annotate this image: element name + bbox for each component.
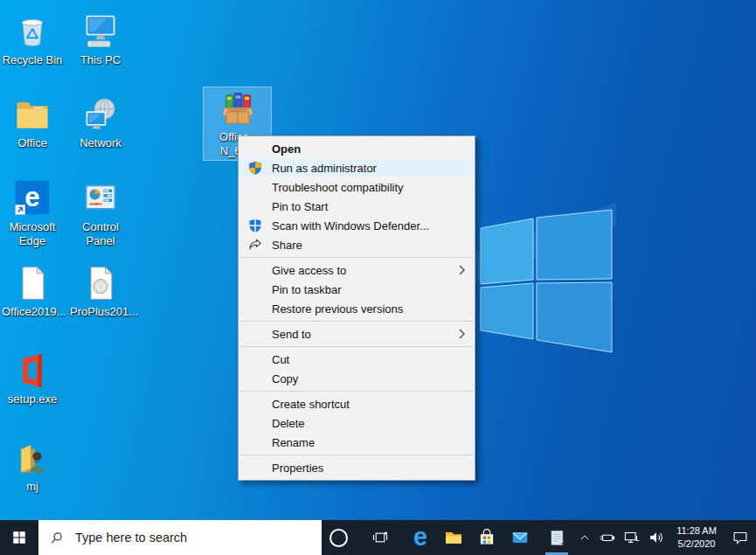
system-tray: 11:28 AM 5/2/2020 <box>574 520 756 555</box>
desktop-icon-network[interactable]: Network <box>68 94 133 153</box>
desktop-icon-label: mj <box>2 480 63 494</box>
speaker-icon <box>647 528 666 547</box>
network-status-button[interactable] <box>620 520 644 555</box>
menu-item-troubleshoot-compatibility[interactable]: Troubleshoot compatibility <box>239 177 475 197</box>
control-panel-icon <box>70 179 131 219</box>
battery-plug-icon <box>598 528 617 547</box>
network-ethernet-icon <box>622 528 642 547</box>
menu-item-delete[interactable]: Delete <box>239 413 475 433</box>
desktop-icon-label: ProPlus201... <box>70 305 131 319</box>
desktop-icon-label: Recycle Bin <box>2 53 63 67</box>
mail-icon <box>510 527 531 548</box>
network-icon <box>70 95 131 135</box>
action-center-icon <box>731 528 750 547</box>
menu-item-properties[interactable]: Properties <box>239 458 475 477</box>
recycle-bin-icon <box>2 12 63 52</box>
power-status-button[interactable] <box>595 520 620 555</box>
chevron-up-icon <box>578 531 592 545</box>
desktop-icon-this-pc[interactable]: This PC <box>68 10 133 70</box>
taskbar-clock[interactable]: 11:28 AM 5/2/2020 <box>669 520 725 555</box>
windows-desktop-screen: Recycle Bin This PC Office <box>0 0 756 555</box>
submenu-arrow-icon <box>458 328 468 340</box>
menu-item-copy[interactable]: Copy <box>239 369 475 388</box>
desktop-icon-label: This PC <box>70 53 131 67</box>
office-setup-icon <box>2 351 63 392</box>
notepad-button[interactable] <box>540 520 573 555</box>
desktop-icon-label: Office <box>2 136 63 150</box>
desktop-icon-proplus-image[interactable]: ProPlus201... <box>68 262 133 322</box>
mail-button[interactable] <box>503 520 537 555</box>
clock-date: 5/2/2020 <box>678 538 716 551</box>
task-view-button[interactable] <box>364 520 397 555</box>
desktop-icon-mj[interactable]: mj <box>0 437 65 496</box>
volume-button[interactable] <box>644 520 669 555</box>
windows-start-icon <box>11 530 27 545</box>
tray-expand-button[interactable] <box>574 520 595 555</box>
defender-shield-icon <box>239 219 272 232</box>
cortana-button[interactable] <box>322 520 355 555</box>
desktop-icon-label: Network <box>70 136 131 150</box>
menu-item-open[interactable]: Open <box>239 139 475 158</box>
menu-item-pin-to-start[interactable]: Pin to Start <box>239 197 475 216</box>
desktop-icon-office2019-file[interactable]: Office2019... <box>0 262 65 322</box>
document-icon <box>2 264 63 304</box>
microsoft-store-button[interactable] <box>470 520 503 555</box>
start-button[interactable] <box>0 520 38 555</box>
edge-taskbar-button[interactable]: e <box>404 520 437 555</box>
menu-separator <box>240 346 473 347</box>
menu-item-restore-previous-versions[interactable]: Restore previous versions <box>239 299 475 318</box>
search-input[interactable] <box>65 531 322 545</box>
this-pc-icon <box>70 12 131 52</box>
microsoft-store-icon <box>476 527 497 548</box>
desktop-icon-control-panel[interactable]: Control Panel <box>68 177 133 250</box>
windows-logo-wallpaper <box>472 201 621 358</box>
menu-item-scan-with-windows-defender[interactable]: Scan with Windows Defender... <box>239 216 475 235</box>
disc-image-icon <box>70 264 131 304</box>
folder-icon <box>2 95 63 135</box>
menu-item-cut[interactable]: Cut <box>239 350 475 369</box>
action-center-button[interactable] <box>725 520 756 555</box>
desktop-icon-label: setup.exe <box>2 392 63 406</box>
menu-separator <box>240 321 473 322</box>
desktop-icon-label: Control Panel <box>70 220 131 247</box>
task-view-icon <box>371 528 390 547</box>
menu-separator <box>240 257 473 258</box>
menu-item-create-shortcut[interactable]: Create shortcut <box>239 394 475 413</box>
user-folder-icon <box>2 439 63 479</box>
notepad-icon <box>546 527 567 548</box>
submenu-arrow-icon <box>458 264 468 276</box>
menu-item-run-as-administrator[interactable]: Run as administrator <box>239 158 475 177</box>
uac-shield-icon <box>239 161 272 175</box>
desktop-icon-setup-exe[interactable]: setup.exe <box>0 350 65 409</box>
archive-box-icon <box>205 89 269 129</box>
menu-item-send-to[interactable]: Send to <box>239 324 475 343</box>
file-explorer-icon <box>443 527 464 548</box>
desktop-icon-recycle-bin[interactable]: Recycle Bin <box>0 10 65 70</box>
desktop-icon-office[interactable]: Office <box>0 94 65 153</box>
search-icon <box>50 531 65 545</box>
menu-separator <box>240 454 473 455</box>
clock-time: 11:28 AM <box>676 524 717 538</box>
taskbar: e <box>0 520 756 555</box>
menu-item-share[interactable]: Share <box>239 235 475 254</box>
edge-icon: e <box>2 179 63 219</box>
desktop-icon-label: Office2019... <box>2 305 63 319</box>
context-menu: Open Run as administrator Troubleshoot c… <box>238 135 475 481</box>
svg-text:e: e <box>24 182 39 212</box>
desktop-icon-microsoft-edge[interactable]: e Microsoft Edge <box>0 177 65 250</box>
menu-item-rename[interactable]: Rename <box>239 433 475 452</box>
desktop-icon-label: Microsoft Edge <box>2 220 63 247</box>
file-explorer-button[interactable] <box>437 520 470 555</box>
taskbar-search[interactable] <box>38 520 322 555</box>
menu-item-pin-to-taskbar[interactable]: Pin to taskbar <box>239 280 475 299</box>
cortana-icon <box>329 529 348 547</box>
share-icon <box>239 238 272 252</box>
edge-icon: e <box>413 524 427 550</box>
menu-separator <box>240 391 473 392</box>
menu-item-give-access-to[interactable]: Give access to <box>239 260 475 280</box>
